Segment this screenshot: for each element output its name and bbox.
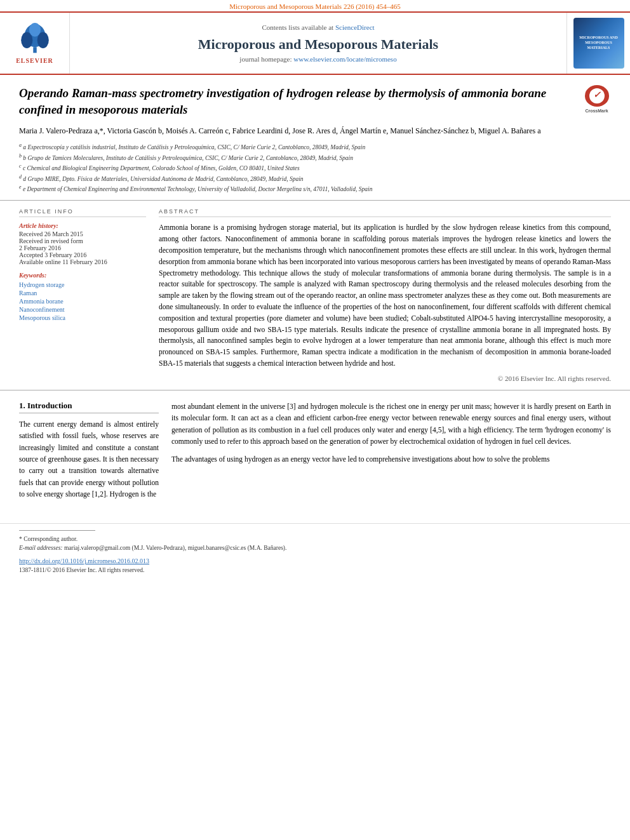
authors-line: Maria J. Valero-Pedraza a,*, Victoria Ga…: [19, 125, 611, 137]
journal-logo-icon: MICROPOROUS AND MESOPOROUS MATERIALS: [573, 18, 624, 69]
intro-right: most abundant element in the universe [3…: [171, 401, 611, 507]
introduction-section: 1. Introduction The current energy deman…: [0, 390, 630, 517]
journal-homepage-line: journal homepage: www.elsevier.com/locat…: [239, 55, 396, 63]
keyword-4: Nanoconfinement: [19, 306, 146, 313]
intro-heading: 1. Introduction: [19, 401, 159, 413]
title-italic-part: Operando: [19, 86, 69, 100]
elsevier-wordmark: ELSEVIER: [16, 57, 53, 64]
doi-line: http://dx.doi.org/10.1016/j.micromeso.20…: [19, 556, 611, 566]
accepted-date: Accepted 3 February 2016: [19, 251, 146, 258]
intro-paragraph-left: The current energy demand is almost enti…: [19, 418, 159, 500]
affiliation-e: e e Department of Chemical Engineering a…: [19, 183, 611, 194]
keywords-block: Keywords: Hydrogen storage Raman Ammonia…: [19, 272, 146, 321]
article-info-column: ARTICLE INFO Article history: Received 2…: [19, 208, 146, 382]
history-label: Article history:: [19, 222, 146, 229]
copyright-line: © 2016 Elsevier Inc. All rights reserved…: [159, 375, 611, 382]
affiliation-d: d d Grupo MIRE, Dpto. Física de Material…: [19, 173, 611, 183]
journal-reference-line: Microporous and Mesoporous Materials 226…: [0, 0, 630, 13]
abstract-label: ABSTRACT: [159, 208, 611, 217]
contents-availability: Contents lists available at ScienceDirec…: [262, 23, 374, 31]
abstract-column: ABSTRACT Ammonia borane is a promising h…: [159, 208, 611, 382]
received-date: Received 26 March 2015: [19, 230, 146, 237]
article-history-block: Article history: Received 26 March 2015 …: [19, 222, 146, 265]
elsevier-logo-area: ELSEVIER: [0, 13, 70, 74]
email-addresses: E-mail addresses: mariaj.valerop@gmail.c…: [19, 543, 611, 552]
journal-title: Microporous and Mesoporous Materials: [198, 36, 438, 53]
crossmark-label: CrossMark: [585, 108, 608, 114]
article-info-label: ARTICLE INFO: [19, 208, 146, 217]
received-revised-label: Received in revised form: [19, 237, 146, 244]
keyword-5: Mesoporous silica: [19, 314, 146, 321]
intro-paragraph-right-2: The advantages of using hydrogen as an e…: [171, 453, 611, 465]
article-title: Operando Raman-mass spectrometry investi…: [19, 85, 611, 117]
intro-paragraph-right-1: most abundant element in the universe [3…: [171, 401, 611, 448]
available-date: Available online 11 February 2016: [19, 258, 146, 265]
journal-header-center: Contents lists available at ScienceDirec…: [70, 13, 566, 74]
affiliations-block: a a Espectroscopía y catálisis industria…: [19, 142, 611, 194]
issn-line: 1387-1811/© 2016 Elsevier Inc. All right…: [19, 566, 611, 575]
keywords-label: Keywords:: [19, 272, 146, 279]
abstract-text: Ammonia borane is a promising hydrogen s…: [159, 222, 611, 370]
keyword-1: Hydrogen storage: [19, 281, 146, 288]
crossmark-badge: ✓ CrossMark: [582, 85, 611, 114]
affiliation-c: c c Chemical and Biological Engineering …: [19, 163, 611, 173]
keyword-3: Ammonia borane: [19, 298, 146, 305]
affiliation-a: a a Espectroscopía y catálisis industria…: [19, 142, 611, 152]
footer-section: * Corresponding author. E-mail addresses…: [0, 523, 630, 580]
sciencedirect-link[interactable]: ScienceDirect: [335, 23, 375, 31]
title-rest: Raman-mass spectrometry investigation of…: [19, 86, 546, 116]
journal-reference-text: Microporous and Mesoporous Materials 226…: [229, 3, 400, 10]
article-title-section: Operando Raman-mass spectrometry investi…: [0, 75, 630, 201]
journal-logo-area: MICROPOROUS AND MESOPOROUS MATERIALS: [566, 13, 630, 74]
journal-header: ELSEVIER Contents lists available at Sci…: [0, 13, 630, 75]
journal-homepage-link[interactable]: www.elsevier.com/locate/micromeso: [293, 55, 396, 63]
intro-left: 1. Introduction The current energy deman…: [19, 401, 159, 507]
corresponding-author-note: * Corresponding author.: [19, 535, 611, 543]
article-info-abstract-section: ARTICLE INFO Article history: Received 2…: [0, 201, 630, 390]
svg-point-4: [29, 23, 40, 37]
revised-date: 2 February 2016: [19, 244, 146, 251]
article-title-text: Operando Raman-mass spectrometry investi…: [19, 85, 582, 117]
keyword-2: Raman: [19, 290, 146, 297]
svg-rect-0: [33, 47, 36, 53]
affiliation-b: b b Grupo de Tamices Moleculares, Instit…: [19, 152, 611, 163]
doi-link[interactable]: http://dx.doi.org/10.1016/j.micromeso.20…: [19, 557, 149, 564]
elsevier-tree-icon: [16, 23, 54, 55]
footer-divider: [19, 530, 95, 531]
